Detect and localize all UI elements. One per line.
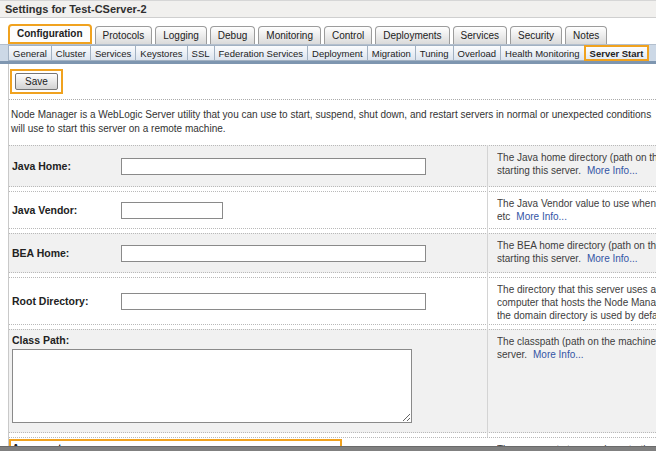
more-info-link[interactable]: More Info...	[587, 165, 638, 176]
primary-tab-bar: Configuration Protocols Logging Debug Mo…	[8, 23, 656, 44]
java-vendor-help: The Java Vendor value to use when s etcM…	[484, 192, 656, 228]
java-vendor-input[interactable]	[121, 202, 223, 219]
subtab-general[interactable]: General	[8, 45, 51, 61]
java-vendor-label: Java Vendor:	[12, 204, 77, 216]
tab-bar-filler	[649, 45, 656, 61]
java-home-help: The Java home directory (path on the sta…	[484, 146, 656, 186]
bea-home-input[interactable]	[121, 245, 426, 262]
page-title: Settings for Test-CServer-2	[0, 1, 656, 18]
tab-monitoring[interactable]: Monitoring	[258, 26, 321, 44]
more-info-link[interactable]: More Info...	[587, 253, 638, 264]
root-directory-label: Root Directory:	[12, 295, 88, 307]
subtab-cluster[interactable]: Cluster	[51, 45, 90, 61]
bea-home-label: BEA Home:	[12, 247, 69, 259]
help-column-divider	[487, 145, 488, 451]
tab-logging[interactable]: Logging	[155, 26, 207, 44]
tab-deployments[interactable]: Deployments	[375, 26, 449, 44]
bea-home-help: The BEA home directory (path on the star…	[484, 234, 656, 272]
tab-services[interactable]: Services	[453, 26, 507, 44]
tab-protocols[interactable]: Protocols	[95, 26, 153, 44]
form-row-root-directory: Root Directory: The directory that this …	[9, 277, 656, 325]
bottom-window-edge	[0, 446, 656, 451]
more-info-link[interactable]: More Info...	[533, 349, 584, 360]
java-home-label: Java Home:	[12, 160, 71, 172]
subtab-services[interactable]: Services	[90, 45, 135, 61]
secondary-tab-bar: General Cluster Services Keystores SSL F…	[0, 44, 656, 64]
subtab-health-monitoring[interactable]: Health Monitoring	[500, 45, 583, 61]
class-path-label: Class Path:	[12, 334, 484, 346]
form-row-bea-home: BEA Home: The BEA home directory (path o…	[9, 233, 656, 273]
highlight-box-save: Save	[10, 69, 63, 94]
root-directory-input[interactable]	[121, 293, 426, 310]
tab-notes[interactable]: Notes	[565, 26, 607, 44]
java-home-input[interactable]	[121, 158, 426, 175]
subtab-tuning[interactable]: Tuning	[415, 45, 453, 61]
tab-debug[interactable]: Debug	[210, 26, 255, 44]
server-start-form: Java Home: The Java home directory (path…	[9, 145, 656, 451]
subtab-overload[interactable]: Overload	[453, 45, 501, 61]
tab-configuration[interactable]: Configuration	[8, 24, 92, 44]
tab-control[interactable]: Control	[324, 26, 372, 44]
subtab-federation-services[interactable]: Federation Services	[214, 45, 307, 61]
class-path-help: The classpath (path on the machine r ser…	[484, 330, 656, 432]
intro-line-2: will use to start this server on a remot…	[11, 122, 652, 136]
form-row-java-vendor: Java Vendor: The Java Vendor value to us…	[9, 191, 656, 229]
tab-security[interactable]: Security	[510, 26, 562, 44]
root-directory-help: The directory that this server uses as c…	[484, 278, 656, 324]
form-row-class-path: Class Path: The classpath (path on the m…	[9, 329, 656, 433]
intro-line-1: Node Manager is a WebLogic Server utilit…	[11, 108, 652, 122]
subtab-ssl[interactable]: SSL	[187, 45, 214, 61]
save-button[interactable]: Save	[15, 73, 58, 90]
intro-text: Node Manager is a WebLogic Server utilit…	[9, 100, 656, 145]
subtab-keystores[interactable]: Keystores	[135, 45, 186, 61]
toolbar: Save	[9, 64, 656, 96]
weblogic-settings-page: Settings for Test-CServer-2 Configuratio…	[0, 0, 656, 451]
subtab-migration[interactable]: Migration	[367, 45, 415, 61]
form-row-java-home: Java Home: The Java home directory (path…	[9, 145, 656, 187]
more-info-link[interactable]: More Info...	[516, 211, 567, 222]
class-path-textarea[interactable]	[12, 349, 412, 423]
subtab-server-start[interactable]: Server Start	[584, 45, 650, 61]
subtab-deployment[interactable]: Deployment	[307, 45, 367, 61]
content-panel: Save Node Manager is a WebLogic Server u…	[8, 64, 656, 451]
